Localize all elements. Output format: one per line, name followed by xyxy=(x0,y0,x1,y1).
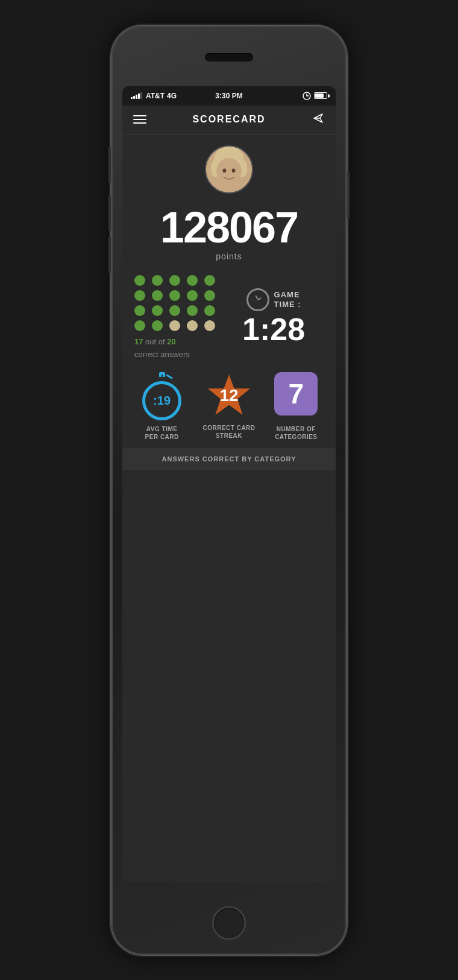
dot xyxy=(204,290,215,301)
game-time-line2: TIME : xyxy=(274,300,301,309)
streak-label-2: STREAK xyxy=(202,432,255,440)
categories-label-1: NUMBER OF xyxy=(275,425,317,433)
dot xyxy=(152,320,163,331)
dot xyxy=(187,275,198,286)
share-button[interactable] xyxy=(312,112,325,127)
status-right xyxy=(262,92,327,100)
dot xyxy=(134,320,145,331)
dot xyxy=(204,275,215,286)
signal-bars-icon xyxy=(131,92,142,99)
star-icon: 12 xyxy=(205,372,253,419)
dot xyxy=(134,275,145,286)
dot xyxy=(152,275,163,286)
signal-bar-3 xyxy=(136,95,137,99)
clock-icon xyxy=(303,92,311,100)
score-value: 128067 xyxy=(122,206,336,249)
svg-point-9 xyxy=(216,158,242,186)
phone-screen: AT&T 4G 3:30 PM xyxy=(122,86,336,882)
dot xyxy=(169,275,180,286)
avatar-image xyxy=(206,145,252,194)
categories-label: NUMBER OF CATEGORIES xyxy=(275,425,317,441)
dot xyxy=(134,305,145,316)
total-count: 20 xyxy=(167,337,175,346)
battery-icon xyxy=(314,92,327,99)
avg-time-label: AVG TIME PER CARD xyxy=(145,425,179,441)
clock-hands xyxy=(253,294,263,305)
avatar xyxy=(205,145,253,194)
speaker xyxy=(205,53,253,62)
carrier-label: AT&T xyxy=(146,92,165,100)
categories-value: 7 xyxy=(289,378,304,410)
dot xyxy=(187,305,198,316)
dot xyxy=(204,305,215,316)
streak-label: CORRECT CARD STREAK xyxy=(202,424,255,440)
dot xyxy=(152,290,163,301)
signal-bar-4 xyxy=(138,93,140,99)
correct-count: 17 xyxy=(134,337,143,346)
dots-out-of: out of xyxy=(143,337,167,346)
clock-hour-hand xyxy=(257,297,261,300)
dots-section: 17 out of 20 correct answers xyxy=(134,275,218,359)
avatar-section xyxy=(122,134,336,200)
game-time-line1: GAME xyxy=(274,290,301,300)
categories-box: 7 xyxy=(274,372,318,416)
bottom-stats: :19 AVG TIME PER CARD xyxy=(122,365,336,448)
home-button[interactable] xyxy=(213,906,246,940)
game-time-value: 1:28 xyxy=(242,314,305,345)
streak-value: 12 xyxy=(219,386,238,405)
signal-bar-1 xyxy=(131,97,133,99)
avg-time-label-2: PER CARD xyxy=(145,433,179,441)
phone-frame: AT&T 4G 3:30 PM xyxy=(111,26,347,955)
hamburger-line-3 xyxy=(133,122,146,124)
nav-title: SCORECARD xyxy=(146,114,312,125)
stat-streak: 12 CORRECT CARD STREAK xyxy=(198,372,259,440)
dot xyxy=(187,290,198,301)
stat-avg-time: :19 AVG TIME PER CARD xyxy=(131,372,192,441)
share-icon xyxy=(312,112,325,125)
stopwatch-button-side xyxy=(166,374,173,379)
main-content: 128067 points xyxy=(122,134,336,882)
score-label: points xyxy=(122,251,336,261)
stopwatch-face: :19 xyxy=(142,381,181,420)
menu-button[interactable] xyxy=(133,115,146,124)
dot xyxy=(134,290,145,301)
bottom-banner: ANSWERS CORRECT BY CATEGORY xyxy=(122,448,336,470)
camera xyxy=(226,38,232,44)
dot xyxy=(152,305,163,316)
dot xyxy=(169,290,180,301)
avg-time-value: :19 xyxy=(153,394,171,408)
categories-label-2: CATEGORIES xyxy=(275,433,317,441)
status-left: AT&T 4G xyxy=(131,92,196,100)
timer-section: GAME TIME : 1:28 xyxy=(224,275,324,359)
hamburger-line-1 xyxy=(133,115,146,116)
svg-point-10 xyxy=(223,168,227,172)
avg-time-label-1: AVG TIME xyxy=(145,425,179,433)
status-time: 3:30 PM xyxy=(196,92,262,100)
game-time-label: GAME TIME : xyxy=(274,290,301,309)
dots-correct-label: correct answers xyxy=(134,350,218,359)
dot xyxy=(169,320,180,331)
stats-row: 17 out of 20 correct answers xyxy=(122,264,336,365)
dot xyxy=(204,320,215,331)
status-bar: AT&T 4G 3:30 PM xyxy=(122,86,336,106)
svg-point-11 xyxy=(232,168,236,172)
hamburger-line-2 xyxy=(133,119,146,120)
clock-circle-icon xyxy=(246,288,269,311)
score-section: 128067 points xyxy=(122,200,336,264)
dots-grid xyxy=(134,275,218,331)
streak-label-1: CORRECT CARD xyxy=(202,424,255,432)
nav-bar: SCORECARD xyxy=(122,106,336,134)
signal-bar-2 xyxy=(133,96,135,99)
dot xyxy=(187,320,198,331)
dots-label: 17 out of 20 xyxy=(134,337,218,346)
network-label: 4G xyxy=(167,92,177,100)
stopwatch-crown xyxy=(159,372,165,377)
signal-bar-5 xyxy=(140,92,142,99)
dot xyxy=(169,305,180,316)
stopwatch-icon: :19 xyxy=(140,372,184,420)
game-time-header: GAME TIME : xyxy=(246,288,301,311)
stat-categories: 7 NUMBER OF CATEGORIES xyxy=(266,372,327,441)
categories-box-icon: 7 xyxy=(274,372,318,416)
